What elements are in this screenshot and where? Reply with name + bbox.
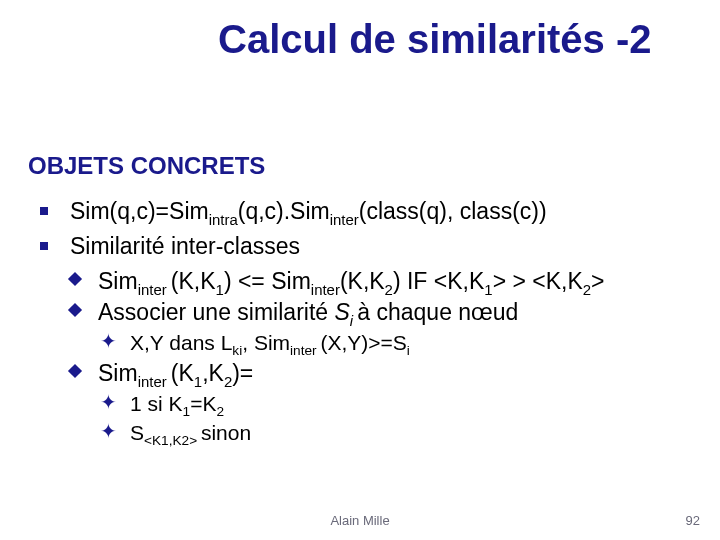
text: ) IF <K,K (393, 268, 484, 294)
sub: inter (330, 211, 359, 228)
text: (K (171, 360, 194, 386)
sub: inter (290, 343, 320, 358)
bullet-star-icon: ✦ (100, 419, 117, 444)
text: > (591, 268, 604, 294)
sub: 1 (183, 404, 191, 419)
text-italic: S (334, 299, 349, 325)
sub: ki (232, 343, 242, 358)
text: à chaque nœud (357, 299, 518, 325)
sub: i (407, 343, 410, 358)
subsub-case2: ✦ S<K1,K2> sinon (40, 420, 700, 446)
text: Similarité inter-classes (70, 233, 300, 259)
text: Associer une similarité (98, 299, 334, 325)
bullet-star-icon: ✦ (100, 329, 117, 354)
text: Sim(q,c)=Sim (70, 198, 209, 224)
sub: <K1,K2> (144, 433, 201, 448)
footer-page-number: 92 (686, 513, 700, 528)
text: ) <= Sim (224, 268, 311, 294)
bullet-diamond-icon (68, 364, 82, 378)
sub-associer: Associer une similarité Si à chaque nœud (40, 298, 700, 327)
sub-sim-order: Siminter (K,K1) <= Siminter(K,K2) IF <K,… (40, 267, 700, 296)
sub-sim-equals: Siminter (K1,K2)= (40, 359, 700, 388)
subsub-case1: ✦ 1 si K1=K2 (40, 391, 700, 417)
bullet-diamond-icon (68, 271, 82, 285)
sub: inter (138, 373, 171, 390)
text: (X,Y)>=S (320, 331, 406, 354)
text: sinon (201, 421, 251, 444)
sub: 2 (385, 280, 393, 297)
sub: 1 (484, 280, 492, 297)
sub: 2 (224, 373, 232, 390)
text: (K,K (171, 268, 216, 294)
text: Sim (98, 360, 138, 386)
text: 1 si K (130, 392, 183, 415)
bullet-star-icon: ✦ (100, 390, 117, 415)
text: )= (232, 360, 253, 386)
sub: 1 (194, 373, 202, 390)
section-heading: OBJETS CONCRETS (28, 152, 265, 180)
sub: inter (311, 280, 340, 297)
bullet-sim-formula: Sim(q,c)=Simintra(q,c).Siminter(class(q)… (40, 197, 700, 226)
slide-title: Calcul de similarités -2 (218, 18, 698, 60)
text: , Sim (242, 331, 290, 354)
footer-author: Alain Mille (0, 513, 720, 528)
sub: intra (209, 211, 238, 228)
text: (K,K (340, 268, 385, 294)
subsub-xy: ✦ X,Y dans Lki, Siminter (X,Y)>=Si (40, 330, 700, 356)
text: ,K (202, 360, 224, 386)
bullet-diamond-icon (68, 303, 82, 317)
sub: 2 (583, 280, 591, 297)
sub: 2 (216, 404, 224, 419)
text: > > <K,K (493, 268, 583, 294)
slide-body: Sim(q,c)=Simintra(q,c).Siminter(class(q)… (40, 197, 700, 450)
text: Sim (98, 268, 138, 294)
text: =K (190, 392, 216, 415)
sub: inter (138, 280, 171, 297)
text: S (130, 421, 144, 444)
bullet-square-icon (40, 242, 48, 250)
bullet-square-icon (40, 207, 48, 215)
bullet-interclass: Similarité inter-classes (40, 232, 700, 261)
text: (q,c).Sim (238, 198, 330, 224)
text: (class(q), class(c)) (359, 198, 547, 224)
sub: 1 (216, 280, 224, 297)
text: X,Y dans L (130, 331, 232, 354)
